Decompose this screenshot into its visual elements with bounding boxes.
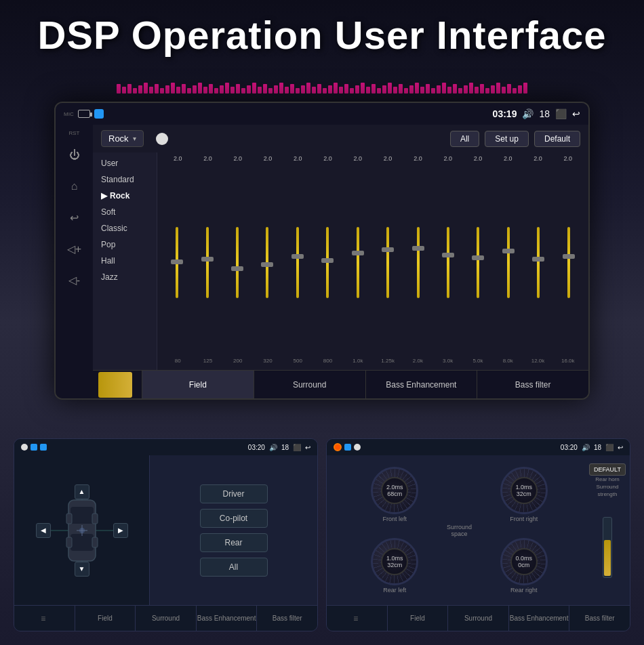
knob-rr-center: 0.0ms0cm <box>510 548 538 575</box>
handle-7[interactable] <box>382 247 394 252</box>
preset-rock[interactable]: ▶ Rock <box>93 188 157 204</box>
driver-button[interactable]: Driver <box>200 484 268 503</box>
preset-classic[interactable]: Classic <box>93 220 157 236</box>
eq-slider-1[interactable] <box>193 226 221 300</box>
right-tab-field[interactable]: Field <box>388 606 449 631</box>
arrow-right-button[interactable]: ▶ <box>113 523 128 538</box>
preset-user-label: User <box>101 159 118 168</box>
left-tab-bass-enh[interactable]: Bass Enhancement <box>197 606 258 631</box>
left-panel-status-left <box>21 444 47 451</box>
handle-10[interactable] <box>472 255 484 260</box>
handle-12[interactable] <box>532 257 544 262</box>
knob-rl[interactable]: 1.0ms32cm <box>371 538 418 585</box>
handle-3[interactable] <box>261 262 273 267</box>
slider-values-row: 2.0 2.0 2.0 2.0 2.0 2.0 2.0 2.0 2.0 2.0 … <box>163 155 583 167</box>
knob-fl[interactable]: 2.0ms68cm <box>371 467 418 514</box>
right-panel-dot <box>354 444 361 451</box>
preset-soft[interactable]: Soft <box>93 204 157 220</box>
svg-rect-2 <box>71 534 94 551</box>
handle-0[interactable] <box>171 259 183 264</box>
right-tab-bass-filter[interactable]: Bass filter <box>569 606 630 631</box>
eq-slider-0[interactable] <box>163 226 191 300</box>
main-dsp-screen: MIC 03:19 🔊 18 ⬛ ↩ RST ⏻ ⌂ ↩ ◁+ ◁- <box>54 102 590 400</box>
eq-slider-10[interactable] <box>464 226 492 300</box>
preset-standard[interactable]: Standard <box>93 171 157 188</box>
handle-8[interactable] <box>412 246 424 251</box>
copilot-button[interactable]: Co-pilot <box>200 509 268 528</box>
val-9: 2.0 <box>433 155 463 167</box>
rst-label: RST <box>69 130 80 136</box>
eq-slider-12[interactable] <box>524 226 552 300</box>
side-nav: RST ⏻ ⌂ ↩ ◁+ ◁- <box>56 125 93 398</box>
left-panel-time: 03:20 <box>248 444 265 451</box>
preset-dropdown[interactable]: Rock ▾ <box>101 130 144 147</box>
eq-slider-5[interactable] <box>313 226 342 300</box>
arrow-up-button[interactable]: ▲ <box>75 484 89 499</box>
preset-rock-label: Rock <box>110 191 129 201</box>
handle-11[interactable] <box>502 249 515 253</box>
power-icon[interactable]: ⏻ <box>62 143 87 167</box>
eq-slider-3[interactable] <box>253 226 281 300</box>
eq-slider-6[interactable] <box>344 226 372 300</box>
volume-up-icon[interactable]: ◁+ <box>62 236 87 261</box>
tab-surround[interactable]: Surround <box>254 371 366 398</box>
eq-slider-4[interactable] <box>283 226 312 300</box>
home-icon[interactable]: ⌂ <box>62 174 87 199</box>
left-tab-eq-icon[interactable]: ≡ <box>14 606 75 631</box>
tab-bass-enhancement[interactable]: Bass Enhancement <box>366 371 478 398</box>
eq-slider-9[interactable] <box>434 226 462 300</box>
back-icon: ↩ <box>572 108 580 119</box>
knob-control[interactable] <box>156 133 168 145</box>
preset-user[interactable]: User <box>93 155 157 171</box>
v-slider-track[interactable] <box>603 517 612 578</box>
all-zone-button[interactable]: All <box>200 558 268 577</box>
handle-13[interactable] <box>563 254 575 259</box>
eq-slider-7[interactable] <box>374 226 402 300</box>
freq-80: 80 <box>163 358 193 370</box>
volume-down-icon[interactable]: ◁- <box>62 268 87 292</box>
knob-fr[interactable]: 1.0ms32cm <box>500 467 548 514</box>
tab-surround-label: Surround <box>293 380 326 390</box>
preset-hall[interactable]: Hall <box>93 253 157 269</box>
left-tab-field[interactable]: Field <box>75 606 136 631</box>
right-tab-eq-icon[interactable]: ≡ <box>327 606 388 631</box>
eq-sliders <box>163 169 583 356</box>
preset-classic-label: Classic <box>101 224 127 233</box>
handle-4[interactable] <box>291 254 304 259</box>
knob-rr[interactable]: 0.0ms0cm <box>500 538 548 585</box>
tab-bass-filter[interactable]: Bass filter <box>477 371 588 398</box>
arrow-down-button[interactable]: ▼ <box>75 562 89 577</box>
arrow-left-button[interactable]: ◀ <box>36 523 51 538</box>
handle-2[interactable] <box>231 266 243 271</box>
tab-field-label: Field <box>189 380 207 390</box>
right-panel-status-right: 03:20 🔊 18 ⬛ ↩ <box>561 444 623 451</box>
left-tab-bass-filter[interactable]: Bass filter <box>257 606 317 631</box>
default-button[interactable]: Default <box>534 131 580 147</box>
right-tab-surround[interactable]: Surround <box>448 606 509 631</box>
default-btn-right[interactable]: DEFAULT <box>589 463 626 476</box>
preset-jazz[interactable]: Jazz <box>93 269 157 285</box>
preset-pop[interactable]: Pop <box>93 236 157 253</box>
setup-button[interactable]: Set up <box>485 131 529 147</box>
handle-1[interactable] <box>201 257 214 262</box>
tab-bass-filter-label: Bass filter <box>515 380 551 390</box>
eq-slider-8[interactable] <box>403 226 432 300</box>
preset-value: Rock <box>108 133 129 144</box>
knob-fr-value: 1.0ms32cm <box>515 484 532 497</box>
left-panel-content: ▲ ▼ ◀ ▶ Driver Co-pilot Rear All <box>14 455 317 605</box>
volume-icon: 🔊 <box>522 108 534 119</box>
mic-label: MIC <box>64 111 74 117</box>
tab-field[interactable]: Field <box>142 371 254 398</box>
rear-button[interactable]: Rear <box>200 533 268 552</box>
handle-6[interactable] <box>352 251 364 255</box>
eq-slider-13[interactable] <box>554 226 582 300</box>
all-button[interactable]: All <box>450 131 479 147</box>
handle-5[interactable] <box>321 258 334 263</box>
back-nav-icon[interactable]: ↩ <box>62 205 87 230</box>
handle-9[interactable] <box>442 253 454 257</box>
left-tab-surround[interactable]: Surround <box>136 606 197 631</box>
right-tab-bass-enh[interactable]: Bass Enhancement <box>509 606 570 631</box>
eq-slider-2[interactable] <box>223 226 251 300</box>
tab-bass-enhancement-label: Bass Enhancement <box>386 380 456 390</box>
eq-slider-11[interactable] <box>494 226 523 300</box>
